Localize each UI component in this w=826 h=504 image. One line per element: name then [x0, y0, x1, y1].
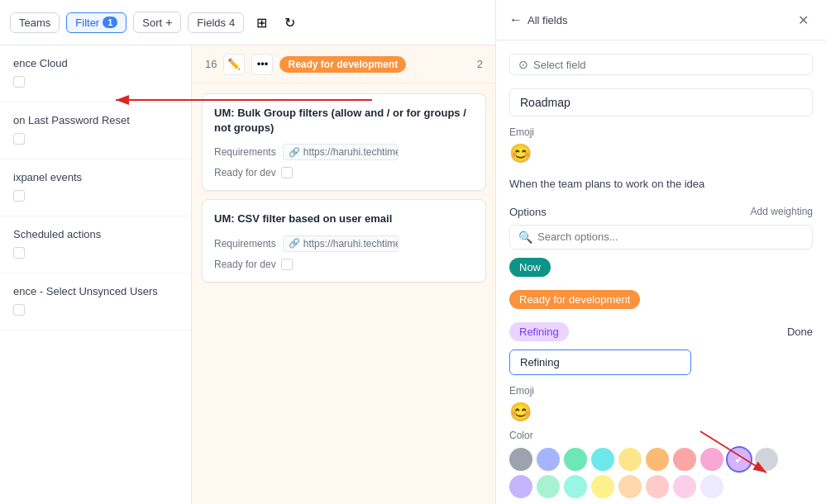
more-options-button[interactable]: ••• — [251, 54, 273, 75]
refining-tag[interactable]: Refining — [509, 322, 569, 341]
sidebar: ence Cloud on Last Password Reset ixpane… — [0, 45, 192, 504]
search-options-input[interactable] — [537, 231, 804, 243]
sidebar-item-scheduled-actions[interactable]: Scheduled actions — [0, 216, 191, 273]
panel-body: ⊙ Select field Emoji 😊 When the team pla… — [496, 40, 826, 504]
card-label: Requirements — [214, 238, 276, 250]
sidebar-checkbox[interactable] — [13, 133, 25, 145]
status-checkbox[interactable] — [281, 259, 293, 270]
color-dot-15[interactable] — [646, 475, 669, 498]
sidebar-item-ence-cloud[interactable]: ence Cloud — [0, 45, 191, 102]
color-dot-12[interactable] — [564, 475, 587, 498]
option-now[interactable]: Now — [509, 258, 813, 283]
options-label: Options — [509, 206, 547, 218]
card-1[interactable]: UM: Bulk Group filters (allow and / or f… — [202, 93, 486, 191]
fields-label: Fields — [197, 17, 226, 29]
emoji-section2: Emoji 😊 — [509, 385, 813, 423]
card-title: UM: CSV filter based on user email — [214, 212, 474, 226]
sidebar-item-last-password-reset[interactable]: on Last Password Reset — [0, 102, 191, 159]
card-link[interactable]: 🔗 https://haruhi.techtime.o... — [283, 235, 399, 252]
color-dot-10[interactable] — [509, 475, 532, 498]
emoji-label2: Emoji — [509, 385, 813, 397]
status-checkbox[interactable] — [281, 167, 293, 178]
fields-count: 4 — [229, 17, 235, 29]
emoji-label: Emoji — [509, 126, 813, 138]
card-meta: Requirements 🔗 https://haruhi.techtime.o… — [214, 144, 474, 160]
group-badge: Ready for development — [279, 56, 406, 73]
sidebar-item-title: ixpanel events — [13, 171, 178, 183]
card-label: Requirements — [214, 146, 276, 158]
now-tag[interactable]: Now — [509, 258, 551, 277]
color-dot-7[interactable] — [700, 448, 723, 471]
sidebar-item-mixpanel[interactable]: ixpanel events — [0, 159, 191, 216]
refresh-button[interactable]: ↻ — [279, 12, 300, 33]
ready-tag[interactable]: Ready for development — [509, 290, 640, 309]
emoji-picker2[interactable]: 😊 — [509, 402, 532, 422]
color-label: Color — [509, 430, 813, 441]
filter-button[interactable]: Filter 1 — [66, 12, 127, 33]
status-label: Ready for dev — [214, 259, 276, 270]
color-grid — [509, 448, 790, 498]
link-icon: 🔗 — [289, 147, 300, 158]
color-dot-8[interactable] — [728, 448, 751, 471]
color-dot-16[interactable] — [673, 475, 696, 498]
sidebar-checkbox[interactable] — [13, 304, 25, 316]
refining-input[interactable] — [509, 349, 691, 375]
sidebar-checkbox[interactable] — [13, 76, 25, 88]
description-text: When the team plans to work on the idea — [509, 176, 813, 193]
search-icon: 🔍 — [518, 231, 532, 244]
color-dot-9[interactable] — [755, 448, 778, 471]
color-dot-5[interactable] — [646, 448, 669, 471]
card-title: UM: Bulk Group filters (allow and / or f… — [214, 106, 474, 136]
sort-label: Sort — [142, 17, 162, 29]
refining-row: Refining Done — [509, 322, 813, 341]
sidebar-item-title: on Last Password Reset — [13, 114, 178, 126]
cards-area: UM: Bulk Group filters (allow and / or f… — [192, 83, 496, 504]
group-number: 2 — [477, 58, 483, 70]
option-ready[interactable]: Ready for development — [509, 290, 813, 316]
done-button[interactable]: Done — [787, 326, 813, 338]
fields-button[interactable]: Fields 4 — [188, 12, 244, 33]
color-dot-3[interactable] — [591, 448, 614, 471]
close-button[interactable]: ✕ — [793, 10, 813, 30]
card-2[interactable]: UM: CSV filter based on user email Requi… — [202, 199, 486, 282]
filter-badge: 1 — [103, 17, 117, 28]
color-section: Color — [509, 430, 813, 498]
back-button[interactable]: ← All fields — [509, 12, 567, 27]
color-dot-14[interactable] — [618, 475, 642, 498]
color-dot-4[interactable] — [618, 448, 642, 471]
back-label: All fields — [528, 14, 567, 26]
link-text: https://haruhi.techtime.o... — [303, 238, 399, 250]
card-meta: Requirements 🔗 https://haruhi.techtime.o… — [214, 235, 474, 252]
roadmap-input[interactable] — [509, 88, 813, 116]
edit-group-button[interactable]: ✏️ — [223, 54, 245, 75]
select-field[interactable]: ⊙ Select field — [509, 54, 813, 75]
sidebar-item-title: Scheduled actions — [13, 228, 178, 240]
color-dot-6[interactable] — [673, 448, 696, 471]
color-dot-17[interactable] — [700, 475, 723, 498]
sidebar-checkbox[interactable] — [13, 247, 25, 259]
sort-button[interactable]: Sort + — [133, 12, 181, 33]
toolbar: Teams Filter 1 Sort + Fields 4 ⊞ ↻ — [0, 0, 496, 45]
color-dot-1[interactable] — [537, 448, 560, 471]
color-dot-13[interactable] — [591, 475, 614, 498]
color-dot-2[interactable] — [564, 448, 587, 471]
options-header: Options Add weighting — [509, 206, 813, 218]
sidebar-item-title: ence Cloud — [13, 57, 178, 69]
teams-button[interactable]: Teams — [10, 12, 60, 33]
add-weighting-button[interactable]: Add weighting — [751, 206, 813, 217]
refining-input-row — [509, 349, 813, 375]
select-field-section: ⊙ Select field — [509, 54, 813, 75]
sidebar-item-unsynced-users[interactable]: ence - Select Unsynced Users — [0, 273, 191, 330]
color-dot-0[interactable] — [509, 448, 532, 471]
status-label: Ready for dev — [214, 167, 276, 178]
color-dot-11[interactable] — [537, 475, 560, 498]
group-header: 16 ✏️ ••• Ready for development 2 — [192, 45, 496, 83]
view-options-button[interactable]: ⊞ — [251, 12, 272, 33]
sidebar-item-title: ence - Select Unsynced Users — [13, 285, 178, 297]
filter-label: Filter — [75, 17, 99, 29]
sidebar-checkbox[interactable] — [13, 190, 25, 202]
card-link[interactable]: 🔗 https://haruhi.techtime.o... — [283, 144, 399, 160]
right-panel: ← All fields ✕ ⊙ Select field Emoji 😊 Wh… — [495, 0, 826, 504]
emoji-section: Emoji 😊 — [509, 126, 813, 164]
emoji-picker[interactable]: 😊 — [509, 143, 532, 164]
